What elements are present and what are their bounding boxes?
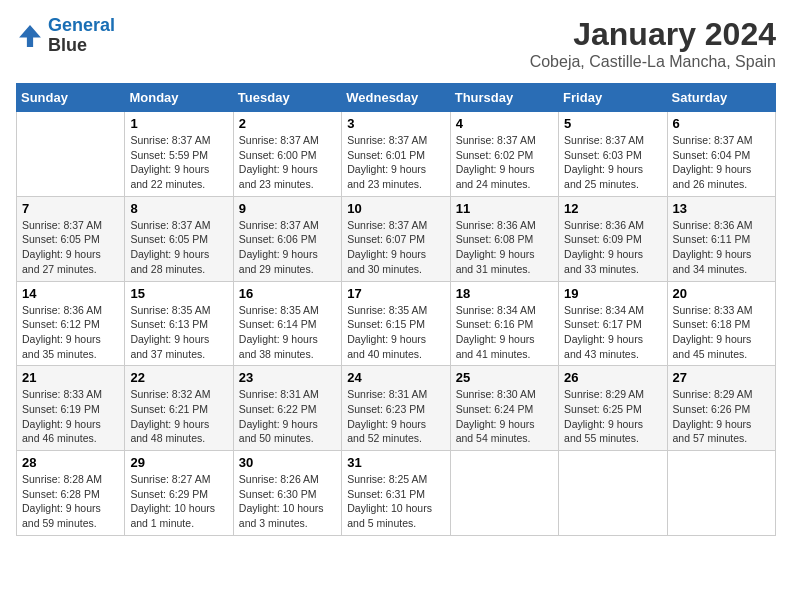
calendar-header: SundayMondayTuesdayWednesdayThursdayFrid… (17, 84, 776, 112)
day-number: 2 (239, 116, 336, 131)
day-info: Sunrise: 8:34 AMSunset: 6:17 PMDaylight:… (564, 303, 661, 362)
calendar-cell: 26Sunrise: 8:29 AMSunset: 6:25 PMDayligh… (559, 366, 667, 451)
day-number: 19 (564, 286, 661, 301)
calendar-cell: 7Sunrise: 8:37 AMSunset: 6:05 PMDaylight… (17, 196, 125, 281)
day-info: Sunrise: 8:33 AMSunset: 6:18 PMDaylight:… (673, 303, 770, 362)
day-number: 12 (564, 201, 661, 216)
calendar-week-row: 21Sunrise: 8:33 AMSunset: 6:19 PMDayligh… (17, 366, 776, 451)
day-number: 9 (239, 201, 336, 216)
day-number: 26 (564, 370, 661, 385)
svg-marker-0 (19, 25, 41, 47)
day-info: Sunrise: 8:30 AMSunset: 6:24 PMDaylight:… (456, 387, 553, 446)
day-info: Sunrise: 8:37 AMSunset: 6:01 PMDaylight:… (347, 133, 444, 192)
calendar-week-row: 28Sunrise: 8:28 AMSunset: 6:28 PMDayligh… (17, 451, 776, 536)
day-number: 24 (347, 370, 444, 385)
day-info: Sunrise: 8:36 AMSunset: 6:09 PMDaylight:… (564, 218, 661, 277)
day-number: 16 (239, 286, 336, 301)
calendar-cell: 10Sunrise: 8:37 AMSunset: 6:07 PMDayligh… (342, 196, 450, 281)
calendar-cell: 15Sunrise: 8:35 AMSunset: 6:13 PMDayligh… (125, 281, 233, 366)
day-info: Sunrise: 8:32 AMSunset: 6:21 PMDaylight:… (130, 387, 227, 446)
calendar-table: SundayMondayTuesdayWednesdayThursdayFrid… (16, 83, 776, 536)
calendar-cell: 22Sunrise: 8:32 AMSunset: 6:21 PMDayligh… (125, 366, 233, 451)
calendar-cell (450, 451, 558, 536)
calendar-cell (559, 451, 667, 536)
day-number: 15 (130, 286, 227, 301)
day-number: 18 (456, 286, 553, 301)
day-number: 13 (673, 201, 770, 216)
weekday-header: Saturday (667, 84, 775, 112)
day-number: 31 (347, 455, 444, 470)
calendar-cell: 23Sunrise: 8:31 AMSunset: 6:22 PMDayligh… (233, 366, 341, 451)
day-info: Sunrise: 8:31 AMSunset: 6:23 PMDaylight:… (347, 387, 444, 446)
weekday-header: Tuesday (233, 84, 341, 112)
calendar-cell: 25Sunrise: 8:30 AMSunset: 6:24 PMDayligh… (450, 366, 558, 451)
day-number: 29 (130, 455, 227, 470)
title-block: January 2024 Cobeja, Castille-La Mancha,… (530, 16, 776, 71)
calendar-week-row: 7Sunrise: 8:37 AMSunset: 6:05 PMDaylight… (17, 196, 776, 281)
day-info: Sunrise: 8:36 AMSunset: 6:11 PMDaylight:… (673, 218, 770, 277)
calendar-cell: 28Sunrise: 8:28 AMSunset: 6:28 PMDayligh… (17, 451, 125, 536)
day-info: Sunrise: 8:37 AMSunset: 6:05 PMDaylight:… (22, 218, 119, 277)
day-number: 6 (673, 116, 770, 131)
day-info: Sunrise: 8:35 AMSunset: 6:14 PMDaylight:… (239, 303, 336, 362)
calendar-cell: 16Sunrise: 8:35 AMSunset: 6:14 PMDayligh… (233, 281, 341, 366)
page-header: General Blue January 2024 Cobeja, Castil… (16, 16, 776, 71)
day-number: 10 (347, 201, 444, 216)
day-info: Sunrise: 8:37 AMSunset: 6:04 PMDaylight:… (673, 133, 770, 192)
calendar-cell: 1Sunrise: 8:37 AMSunset: 5:59 PMDaylight… (125, 112, 233, 197)
logo-text: General Blue (48, 16, 115, 56)
day-info: Sunrise: 8:26 AMSunset: 6:30 PMDaylight:… (239, 472, 336, 531)
day-number: 11 (456, 201, 553, 216)
day-number: 14 (22, 286, 119, 301)
day-info: Sunrise: 8:37 AMSunset: 6:02 PMDaylight:… (456, 133, 553, 192)
calendar-week-row: 14Sunrise: 8:36 AMSunset: 6:12 PMDayligh… (17, 281, 776, 366)
calendar-cell: 8Sunrise: 8:37 AMSunset: 6:05 PMDaylight… (125, 196, 233, 281)
weekday-header: Wednesday (342, 84, 450, 112)
day-info: Sunrise: 8:31 AMSunset: 6:22 PMDaylight:… (239, 387, 336, 446)
day-number: 8 (130, 201, 227, 216)
calendar-cell (17, 112, 125, 197)
calendar-cell: 2Sunrise: 8:37 AMSunset: 6:00 PMDaylight… (233, 112, 341, 197)
day-info: Sunrise: 8:34 AMSunset: 6:16 PMDaylight:… (456, 303, 553, 362)
calendar-cell: 18Sunrise: 8:34 AMSunset: 6:16 PMDayligh… (450, 281, 558, 366)
day-number: 30 (239, 455, 336, 470)
calendar-cell: 5Sunrise: 8:37 AMSunset: 6:03 PMDaylight… (559, 112, 667, 197)
day-number: 28 (22, 455, 119, 470)
day-number: 22 (130, 370, 227, 385)
calendar-subtitle: Cobeja, Castille-La Mancha, Spain (530, 53, 776, 71)
calendar-cell: 21Sunrise: 8:33 AMSunset: 6:19 PMDayligh… (17, 366, 125, 451)
day-number: 27 (673, 370, 770, 385)
day-number: 1 (130, 116, 227, 131)
calendar-cell: 24Sunrise: 8:31 AMSunset: 6:23 PMDayligh… (342, 366, 450, 451)
weekday-header: Friday (559, 84, 667, 112)
weekday-header: Sunday (17, 84, 125, 112)
calendar-cell: 17Sunrise: 8:35 AMSunset: 6:15 PMDayligh… (342, 281, 450, 366)
day-number: 23 (239, 370, 336, 385)
calendar-cell: 19Sunrise: 8:34 AMSunset: 6:17 PMDayligh… (559, 281, 667, 366)
day-info: Sunrise: 8:33 AMSunset: 6:19 PMDaylight:… (22, 387, 119, 446)
calendar-cell: 27Sunrise: 8:29 AMSunset: 6:26 PMDayligh… (667, 366, 775, 451)
day-number: 4 (456, 116, 553, 131)
day-info: Sunrise: 8:27 AMSunset: 6:29 PMDaylight:… (130, 472, 227, 531)
weekday-header: Thursday (450, 84, 558, 112)
day-number: 17 (347, 286, 444, 301)
calendar-cell: 11Sunrise: 8:36 AMSunset: 6:08 PMDayligh… (450, 196, 558, 281)
calendar-body: 1Sunrise: 8:37 AMSunset: 5:59 PMDaylight… (17, 112, 776, 536)
day-info: Sunrise: 8:35 AMSunset: 6:15 PMDaylight:… (347, 303, 444, 362)
day-info: Sunrise: 8:37 AMSunset: 6:00 PMDaylight:… (239, 133, 336, 192)
calendar-cell: 13Sunrise: 8:36 AMSunset: 6:11 PMDayligh… (667, 196, 775, 281)
calendar-week-row: 1Sunrise: 8:37 AMSunset: 5:59 PMDaylight… (17, 112, 776, 197)
calendar-cell: 3Sunrise: 8:37 AMSunset: 6:01 PMDaylight… (342, 112, 450, 197)
calendar-cell: 14Sunrise: 8:36 AMSunset: 6:12 PMDayligh… (17, 281, 125, 366)
calendar-cell: 12Sunrise: 8:36 AMSunset: 6:09 PMDayligh… (559, 196, 667, 281)
calendar-cell: 9Sunrise: 8:37 AMSunset: 6:06 PMDaylight… (233, 196, 341, 281)
day-info: Sunrise: 8:36 AMSunset: 6:12 PMDaylight:… (22, 303, 119, 362)
day-number: 7 (22, 201, 119, 216)
day-info: Sunrise: 8:37 AMSunset: 6:05 PMDaylight:… (130, 218, 227, 277)
logo-icon (16, 22, 44, 50)
day-number: 21 (22, 370, 119, 385)
day-number: 3 (347, 116, 444, 131)
day-info: Sunrise: 8:35 AMSunset: 6:13 PMDaylight:… (130, 303, 227, 362)
day-number: 25 (456, 370, 553, 385)
calendar-title: January 2024 (530, 16, 776, 53)
